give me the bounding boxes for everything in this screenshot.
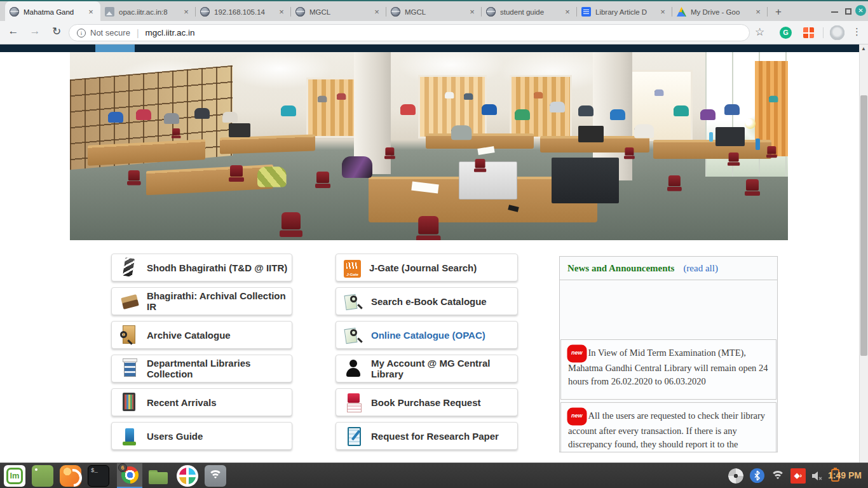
link-archive-catalogue[interactable]: Archive Catalogue xyxy=(111,321,292,349)
site-navbar-active-item xyxy=(95,44,135,52)
news-item: newIn View of Mid Term Examination (MTE)… xyxy=(560,339,776,400)
clipboard-pencil-icon xyxy=(344,425,363,447)
book-search-icon xyxy=(344,324,363,346)
jgate-logo-text: J-Gate xyxy=(344,273,361,276)
link-bhagirathi-archival[interactable]: Bhagirathi: Archival Collection IR xyxy=(111,287,292,315)
browser-toolbar: ← → ↻ i Not secure | mgcl.iitr.ac.in ☆ G… xyxy=(0,21,868,44)
back-button[interactable]: ← xyxy=(5,25,22,37)
link-my-account[interactable]: My Account @ MG Central Library xyxy=(336,355,518,383)
link-label: Archive Catalogue xyxy=(147,330,231,341)
tab-title: MGCL xyxy=(405,8,467,16)
page-scrollbar[interactable]: ▲ xyxy=(859,44,868,463)
link-book-purchase-request[interactable]: Book Purchase Request xyxy=(336,388,518,416)
tab-close-icon[interactable]: × xyxy=(467,7,477,17)
library-photo xyxy=(70,52,788,240)
grammarly-extension-icon[interactable]: G xyxy=(780,27,792,39)
extension-icon[interactable] xyxy=(803,27,814,38)
tab-close-icon[interactable]: × xyxy=(753,7,763,17)
scrollbar-thumb[interactable] xyxy=(860,95,867,356)
tab-close-icon[interactable]: × xyxy=(276,7,287,17)
book-search-icon xyxy=(344,290,363,312)
tabs-container: Mahatma Gand × opac.iitr.ac.in:8 × 192.1… xyxy=(5,1,787,22)
tab-ip-address[interactable]: 192.168.105.14 × xyxy=(196,1,291,22)
tab-opac[interactable]: opac.iitr.ac.in:8 × xyxy=(100,1,196,22)
quick-links-left-column: Shodh Bhagirathi (T&D @ IITR) Bhagirathi… xyxy=(111,254,292,456)
chrome-window-count-badge: 6 xyxy=(118,463,127,472)
link-jgate[interactable]: J-Gate J-Gate (Journal Search) xyxy=(336,254,518,281)
link-opac[interactable]: Online Catalogue (OPAC) xyxy=(336,321,518,349)
anydesk-tray-icon[interactable]: ◆› xyxy=(790,468,806,484)
link-label: Users Guide xyxy=(147,431,203,442)
bookshelf-icon xyxy=(119,391,139,413)
terminal-launcher-icon[interactable]: $_ xyxy=(88,465,109,487)
mint-menu-button[interactable]: lm xyxy=(4,465,25,487)
link-recent-arrivals[interactable]: Recent Arrivals xyxy=(111,388,292,416)
link-label: My Account @ MG Central Library xyxy=(371,358,517,379)
scrollbar-up-arrow[interactable]: ▲ xyxy=(860,46,867,51)
tab-library-article[interactable]: Library Article D × xyxy=(577,1,672,22)
link-departmental-libraries[interactable]: Departmental Libraries Collection xyxy=(111,355,292,383)
tab-mahatma-gandhi[interactable]: Mahatma Gand × xyxy=(5,1,100,22)
reload-button[interactable]: ↻ xyxy=(48,25,65,38)
tab-close-icon[interactable]: × xyxy=(372,7,382,17)
image-favicon-icon xyxy=(105,7,114,17)
tab-student-guide[interactable]: student guide × xyxy=(482,1,577,22)
tab-title: opac.iitr.ac.in:8 xyxy=(119,8,181,16)
tab-title: 192.168.105.14 xyxy=(214,8,276,16)
tab-close-icon[interactable]: × xyxy=(562,7,573,17)
wifi-tray-icon[interactable] xyxy=(770,470,785,482)
jgate-logo-icon: J-Gate xyxy=(344,260,361,278)
browser-menu-icon[interactable]: ⋮ xyxy=(852,26,862,37)
link-users-guide[interactable]: Users Guide xyxy=(111,422,292,450)
guide-book-icon xyxy=(119,425,139,447)
volume-muted-icon[interactable] xyxy=(811,470,824,488)
profile-avatar[interactable] xyxy=(830,25,844,40)
wifi-app-launcher-icon[interactable] xyxy=(205,465,226,487)
taskbar-clock: 1:49 PM xyxy=(828,470,862,480)
tab-mgcl-1[interactable]: MGCL × xyxy=(291,1,386,22)
new-tab-button[interactable]: + xyxy=(770,4,787,20)
tab-title: student guide xyxy=(500,8,562,16)
tab-close-icon[interactable]: × xyxy=(658,7,668,17)
link-research-paper-request[interactable]: Request for Research Paper xyxy=(336,422,518,450)
tab-my-drive[interactable]: My Drive - Goo × xyxy=(672,1,768,22)
news-item-text: In View of Mid Term Examination (MTE), M… xyxy=(568,348,768,386)
forward-button[interactable]: → xyxy=(27,25,43,37)
google-drive-favicon-icon xyxy=(677,7,686,17)
archival-book-icon xyxy=(119,290,139,312)
address-bar[interactable]: i Not secure | mgcl.iitr.ac.in xyxy=(69,24,750,41)
bookmark-star-icon[interactable]: ☆ xyxy=(755,25,764,39)
bluetooth-tray-icon[interactable] xyxy=(750,468,764,483)
link-shodh-bhagirathi[interactable]: Shodh Bhagirathi (T&D @ IITR) xyxy=(111,254,292,281)
tab-mgcl-2[interactable]: MGCL × xyxy=(386,1,482,22)
slack-tray-icon[interactable] xyxy=(728,468,743,484)
tab-close-icon[interactable]: × xyxy=(181,7,191,17)
link-label: Recent Arrivals xyxy=(147,397,217,408)
firefox-launcher-icon[interactable] xyxy=(60,465,81,487)
window-restore-button[interactable] xyxy=(845,8,851,15)
tab-close-icon[interactable]: × xyxy=(86,7,96,17)
window-close-button[interactable]: ✕ xyxy=(855,5,866,16)
link-label: J-Gate (Journal Search) xyxy=(369,262,477,273)
globe-favicon-icon xyxy=(295,7,305,17)
tab-strip: Mahatma Gand × opac.iitr.ac.in:8 × 192.1… xyxy=(0,0,868,21)
read-all-link[interactable]: (read all) xyxy=(683,263,718,274)
chrome-taskbar-item[interactable]: 6 xyxy=(117,463,142,488)
site-navbar-strip xyxy=(0,44,859,52)
info-icon[interactable]: i xyxy=(77,29,86,37)
page-viewport: Shodh Bhagirathi (T&D @ IITR) Bhagirathi… xyxy=(0,44,868,463)
show-desktop-button[interactable] xyxy=(32,465,53,487)
news-item: newAll the users are requested to check … xyxy=(560,402,776,452)
mint-logo-icon: lm xyxy=(6,468,23,484)
slack-launcher-icon[interactable] xyxy=(177,465,198,487)
window-minimize-button[interactable] xyxy=(831,11,838,13)
book-stack-icon xyxy=(119,358,139,379)
link-label: Book Purchase Request xyxy=(371,397,481,408)
new-badge: new xyxy=(568,346,586,362)
file-manager-launcher-icon[interactable] xyxy=(147,465,169,487)
globe-favicon-icon xyxy=(200,7,210,17)
taskbar: lm $_ 6 ◆› 1:49 PM xyxy=(0,463,868,488)
link-ebook-catalogue[interactable]: Search e-Book Catalogue xyxy=(336,287,518,315)
toolbar-separator xyxy=(823,27,824,38)
link-label: Request for Research Paper xyxy=(371,431,499,442)
